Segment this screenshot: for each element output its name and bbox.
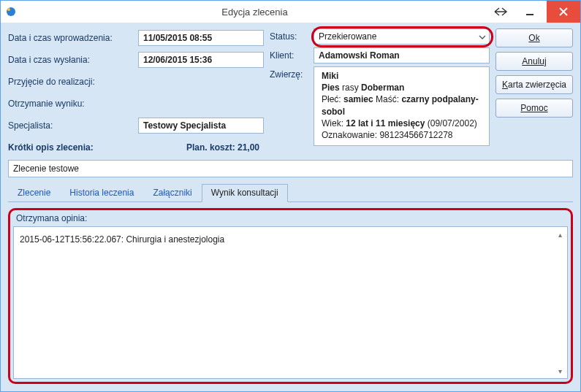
date-sent-label: Data i czas wysłania: [8,55,134,65]
date-entered-value[interactable]: 11/05/2015 08:55 [138,30,264,46]
client-value[interactable]: Adamowski Roman [314,47,490,64]
animal-breed: Doberman [361,82,404,93]
tab-order[interactable]: Zlecenie [8,184,60,202]
tabs: Zlecenie Historia leczenia Załączniki Wy… [8,183,573,202]
animal-species: Pies [322,82,340,93]
close-icon[interactable] [547,1,580,23]
titlebar: Edycja zlecenia [1,1,580,23]
client-label: Klient: [270,47,309,64]
animal-age-date: (09/07/2002) [425,118,476,128]
date-entered-label: Data i czas wprowadzenia: [8,33,134,43]
date-sent-value[interactable]: 12/06/2015 15:36 [138,52,264,68]
opinion-content: 2015-06-12T15:56:22.067: Chirurgia i ane… [20,234,548,245]
animal-label: Zwierzę: [270,66,309,82]
status-value: Przekierowane [319,31,376,42]
chevron-down-icon [479,31,486,42]
result-received-label: Otrzymanie wyniku: [8,99,134,109]
animal-box: Miki Pies rasy Doberman Płeć: samiec Maś… [314,66,490,146]
status-label: Status: [270,28,309,45]
result-received-value [138,96,264,112]
specialist-value[interactable]: Testowy Specjalista [138,118,264,134]
opinion-textarea[interactable]: 2015-06-12T15:56:22.067: Chirurgia i ane… [13,226,568,379]
short-desc-input[interactable]: Zlecenie testowe [8,160,573,177]
animal-age: 12 lat i 11 miesięcy [346,118,425,128]
opinion-title: Otrzymana opinia: [13,212,568,226]
app-icon [1,6,21,18]
minimize-icon[interactable] [513,1,547,23]
window-controls [488,1,580,23]
result-pane: Otrzymana opinia: 2015-06-12T15:56:22.06… [8,208,573,384]
scroll-down-icon[interactable]: ▾ [554,365,566,377]
svg-point-1 [7,8,10,11]
animal-marking: 981234566712278 [379,130,452,140]
accepted-value [138,74,264,90]
help-icon[interactable] [488,1,513,23]
tab-result[interactable]: Wynik konsultacji [202,184,288,202]
tab-history[interactable]: Historia leczenia [60,184,143,202]
svg-rect-2 [526,14,533,15]
animal-card-button[interactable]: Karta zwierzęcia [495,75,573,94]
animal-sex: samiec [343,94,373,104]
plan-cost-label: Plan. koszt: 21,00 [138,142,264,153]
scroll-up-icon[interactable]: ▴ [554,228,566,240]
ok-button[interactable]: Ok [495,28,573,47]
app-window: Edycja zlecenia Data i czas wprowadzenia… [0,0,581,392]
animal-name: Miki [322,71,338,81]
specialist-label: Specjalista: [8,120,134,131]
accepted-label: Przyjęcie do realizacji: [8,77,134,87]
status-select[interactable]: Przekierowane [314,28,490,45]
tab-attachments[interactable]: Załączniki [143,184,201,202]
help-button[interactable]: Pomoc [495,99,573,118]
window-title: Edycja zlecenia [21,7,488,18]
short-desc-label: Krótki opis zlecenia: [8,142,134,153]
cancel-button[interactable]: Anuluj [495,52,573,71]
